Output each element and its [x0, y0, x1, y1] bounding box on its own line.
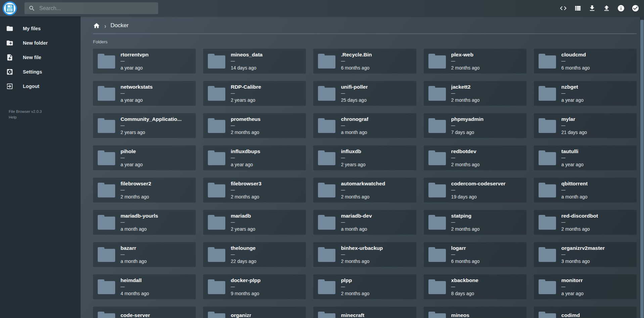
- folder-modified-time: 2 months ago: [341, 194, 385, 199]
- folder-info: redbotdev — 2 months ago: [451, 148, 480, 167]
- folder-card[interactable]: cloudcmd — 6 months ago: [534, 49, 637, 74]
- folder-card[interactable]: plpp — 2 months ago: [313, 274, 416, 299]
- folder-icon: [428, 86, 446, 101]
- folder-grid: rtorrentvpn — a year ago mineos_data — 1…: [93, 49, 637, 318]
- folder-icon: [208, 118, 225, 133]
- sidebar-footer: File Browser v2.0.3 Help: [0, 109, 81, 120]
- folder-card[interactable]: code-server —: [93, 307, 196, 318]
- folder-card[interactable]: .Recycle.Bin — 6 months ago: [313, 49, 416, 74]
- folder-info: rtorrentvpn — a year ago: [121, 52, 149, 71]
- folder-modified-time: 8 days ago: [451, 291, 478, 296]
- folder-card[interactable]: bazarr — a month ago: [93, 242, 196, 267]
- folder-card[interactable]: mineos —: [424, 307, 526, 318]
- folder-card[interactable]: influxdbups — a year ago: [203, 145, 306, 170]
- folder-card[interactable]: statping — 2 months ago: [424, 210, 526, 235]
- folder-card[interactable]: binhex-urbackup — 2 months ago: [313, 242, 416, 267]
- folder-name: codimd: [561, 312, 580, 318]
- folder-size-dash: —: [561, 59, 590, 63]
- sidebar-item-new-folder[interactable]: New folder: [0, 36, 81, 50]
- scrollbar-thumb[interactable]: [640, 20, 644, 318]
- folder-info: RDP-Calibre — 2 years ago: [231, 84, 261, 103]
- folder-card[interactable]: mariadb-yourls — a month ago: [93, 210, 196, 235]
- folder-name: tautulli: [561, 148, 584, 154]
- folder-card[interactable]: chronograf — a month ago: [313, 113, 416, 138]
- folder-icon: [318, 215, 335, 230]
- help-link[interactable]: Help: [9, 115, 81, 120]
- folder-card[interactable]: prometheus — 2 months ago: [203, 113, 306, 138]
- folder-card[interactable]: organizrv2master — 3 months ago: [534, 242, 637, 267]
- sidebar-item-logout[interactable]: Logout: [0, 79, 81, 93]
- folder-icon: [98, 215, 115, 230]
- folder-card[interactable]: mylar — 21 days ago: [534, 113, 637, 138]
- folder-icon: [98, 312, 115, 318]
- folder-card[interactable]: influxdb — 2 years ago: [313, 145, 416, 170]
- folder-modified-time: a month ago: [341, 226, 372, 232]
- search-bar[interactable]: [25, 2, 158, 14]
- folder-icon: [318, 54, 335, 69]
- folder-size-dash: —: [451, 285, 478, 288]
- folder-card[interactable]: automarkwatched — 2 months ago: [313, 178, 416, 202]
- info-button[interactable]: [617, 4, 625, 12]
- search-input[interactable]: [39, 5, 150, 11]
- select-button[interactable]: [631, 4, 639, 12]
- folder-size-dash: —: [121, 188, 151, 192]
- header-actions: [559, 0, 639, 16]
- sidebar-item-my-files[interactable]: My files: [0, 21, 81, 36]
- folder-card[interactable]: logarr — 6 months ago: [424, 242, 526, 267]
- folder-card[interactable]: qbittorrent — a month ago: [534, 178, 637, 202]
- folder-card[interactable]: docker-plpp — 9 months ago: [203, 274, 306, 299]
- folder-card[interactable]: xbackbone — 8 days ago: [424, 274, 526, 299]
- breadcrumb-current[interactable]: Docker: [110, 22, 129, 29]
- settings-icon: [6, 68, 13, 76]
- folder-card[interactable]: networkstats — a year ago: [93, 81, 196, 106]
- folder-icon: [318, 118, 335, 133]
- folder-name: organizrv2master: [561, 245, 605, 251]
- folder-size-dash: —: [451, 253, 480, 256]
- folder-card[interactable]: Community_Applicatio... — 2 years ago: [93, 113, 196, 138]
- upload-button[interactable]: [602, 4, 610, 12]
- sidebar-item-settings[interactable]: Settings: [0, 64, 81, 79]
- folder-modified-time: 21 days ago: [561, 130, 587, 135]
- folder-card[interactable]: organizr —: [203, 307, 306, 318]
- folder-modified-time: 6 months ago: [451, 259, 480, 264]
- folder-card[interactable]: codercom-codeserver — 19 days ago: [424, 178, 526, 202]
- folder-card[interactable]: jackett2 — 2 months ago: [424, 81, 526, 106]
- folder-card[interactable]: minecraft —: [313, 307, 416, 318]
- app-logo[interactable]: [3, 1, 17, 15]
- folder-icon: [208, 150, 225, 165]
- folder-size-dash: —: [341, 253, 383, 256]
- folder-card[interactable]: redbotdev — 2 months ago: [424, 145, 526, 170]
- download-icon: [588, 4, 596, 12]
- folder-icon: [539, 183, 556, 197]
- folder-card[interactable]: thelounge — 22 days ago: [203, 242, 306, 267]
- folder-info: nzbget — a year ago: [561, 84, 584, 103]
- vertical-scrollbar[interactable]: [640, 16, 644, 318]
- folder-name: statping: [451, 213, 480, 219]
- folder-card[interactable]: red-discordbot — 2 months ago: [534, 210, 637, 235]
- folder-card[interactable]: mariadb-dev — a month ago: [313, 210, 416, 235]
- folder-name: mylar: [561, 116, 587, 122]
- list-view-button[interactable]: [573, 4, 582, 12]
- folder-card[interactable]: nzbget — a year ago: [534, 81, 637, 106]
- folder-card[interactable]: codimd —: [534, 307, 637, 318]
- folder-card[interactable]: mariadb — 2 years ago: [203, 210, 306, 235]
- folder-card[interactable]: plex-web — 2 months ago: [424, 49, 526, 74]
- folder-card[interactable]: filebrowser2 — 2 months ago: [93, 178, 196, 202]
- folder-card[interactable]: heimdall — 4 months ago: [93, 274, 196, 299]
- folder-card[interactable]: rtorrentvpn — a year ago: [93, 49, 196, 74]
- folder-card[interactable]: monitorr — a year ago: [534, 274, 637, 299]
- folder-card[interactable]: filebrowser3 — 2 months ago: [203, 178, 306, 202]
- code-view-button[interactable]: [559, 4, 567, 12]
- folder-card[interactable]: unifi-poller — 25 days ago: [313, 81, 416, 106]
- folder-card[interactable]: tautulli — a year ago: [534, 145, 637, 170]
- home-icon[interactable]: [93, 22, 100, 29]
- download-button[interactable]: [588, 4, 596, 12]
- folder-modified-time: 2 months ago: [451, 97, 480, 103]
- folder-size-dash: —: [561, 92, 584, 95]
- folder-card[interactable]: RDP-Calibre — 2 years ago: [203, 81, 306, 106]
- folder-card[interactable]: phpmyadmin — 7 days ago: [424, 113, 526, 138]
- sidebar-item-new-file[interactable]: New file: [0, 50, 81, 64]
- folder-card[interactable]: mineos_data — 14 days ago: [203, 49, 306, 74]
- folder-info: codercom-codeserver — 19 days ago: [451, 181, 506, 199]
- folder-card[interactable]: pihole — a year ago: [93, 145, 196, 170]
